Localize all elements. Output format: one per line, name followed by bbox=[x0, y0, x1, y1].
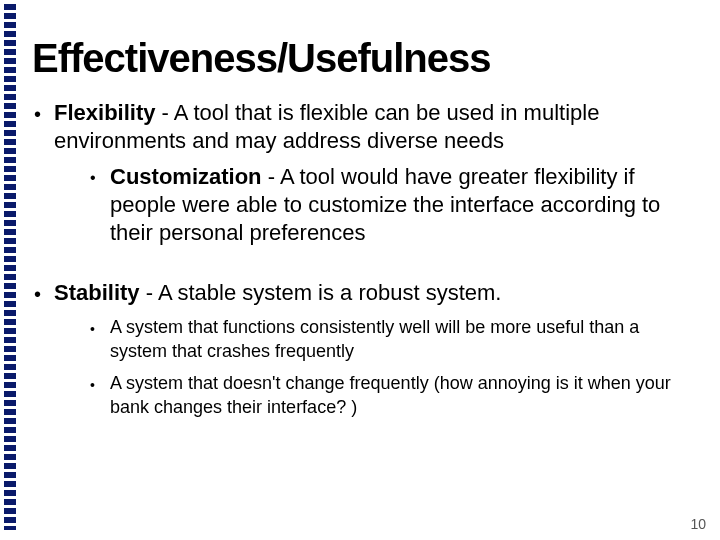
sub-item-text: A system that functions consistently wel… bbox=[110, 315, 686, 363]
slide-body: Effectiveness/Usefulness • Flexibility -… bbox=[0, 0, 720, 540]
list-item: • Flexibility - A tool that is flexible … bbox=[34, 99, 686, 155]
sub-item-desc: A system that doesn't change frequently … bbox=[110, 373, 671, 417]
bullet-icon: • bbox=[90, 163, 110, 247]
sub-item-text: A system that doesn't change frequently … bbox=[110, 371, 686, 419]
bullet-icon: • bbox=[34, 279, 54, 307]
sub-list-item: • A system that doesn't change frequentl… bbox=[90, 371, 686, 419]
bullet-icon: • bbox=[90, 315, 110, 363]
sub-item-label: Customization bbox=[110, 164, 262, 189]
list-item: • Stability - A stable system is a robus… bbox=[34, 279, 686, 307]
sub-item-text: Customization - A tool would have greate… bbox=[110, 163, 686, 247]
sub-list-item: • A system that functions consistently w… bbox=[90, 315, 686, 363]
bullet-list: • Flexibility - A tool that is flexible … bbox=[28, 99, 690, 419]
bullet-icon: • bbox=[90, 371, 110, 419]
list-item-text: Stability - A stable system is a robust … bbox=[54, 279, 501, 307]
sub-list-item: • Customization - A tool would have grea… bbox=[90, 163, 686, 247]
slide-title: Effectiveness/Usefulness bbox=[28, 36, 690, 81]
page-number: 10 bbox=[690, 516, 706, 532]
list-item-text: Flexibility - A tool that is flexible ca… bbox=[54, 99, 686, 155]
spacer bbox=[34, 255, 686, 279]
item-label: Flexibility bbox=[54, 100, 155, 125]
bullet-icon: • bbox=[34, 99, 54, 155]
item-label: Stability bbox=[54, 280, 140, 305]
sub-item-desc: A system that functions consistently wel… bbox=[110, 317, 639, 361]
item-desc: - A stable system is a robust system. bbox=[140, 280, 502, 305]
